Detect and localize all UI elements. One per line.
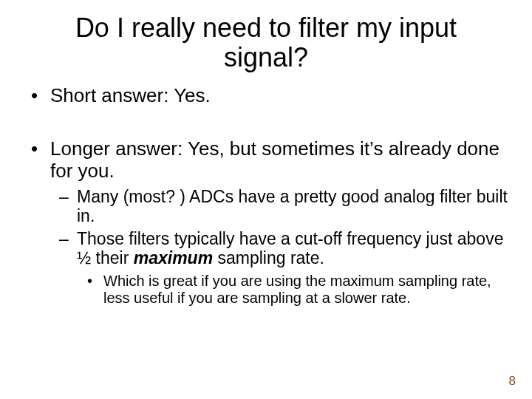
bullet-text-emph: maximum — [134, 248, 213, 267]
bullet-lvl2: Those filters typically have a cut-off f… — [77, 229, 510, 307]
slide-title: Do I really need to filter my input sign… — [0, 0, 532, 79]
bullet-text: Many (most? ) ADCs have a pretty good an… — [77, 187, 508, 225]
slide: Do I really need to filter my input sign… — [0, 0, 532, 399]
bullet-lvl3: Which is great if you are using the maxi… — [103, 273, 510, 307]
bullet-text-suffix: sampling rate. — [213, 248, 324, 267]
bullet-lvl1: Longer answer: Yes, but sometimes it’s a… — [50, 138, 510, 307]
page-number: 8 — [509, 374, 516, 389]
bullet-text: Which is great if you are using the maxi… — [103, 273, 491, 306]
slide-body: Short answer: Yes. Longer answer: Yes, b… — [0, 79, 532, 306]
bullet-lvl1: Short answer: Yes. — [50, 85, 510, 107]
bullet-text: Short answer: Yes. — [50, 84, 211, 106]
bullet-lvl2: Many (most? ) ADCs have a pretty good an… — [77, 187, 510, 226]
bullet-text: Longer answer: Yes, but sometimes it’s a… — [50, 137, 499, 182]
